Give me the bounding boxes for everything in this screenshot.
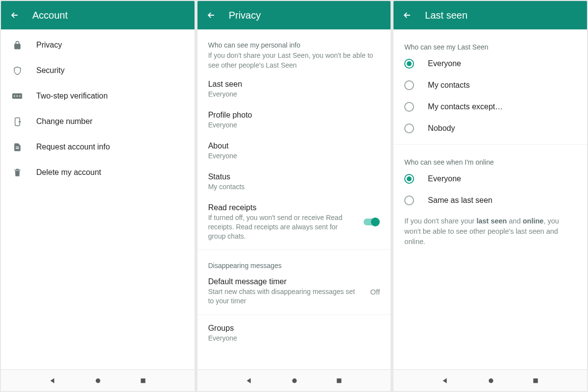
priv-title: Default message timer [208, 277, 360, 286]
priv-value: Everyone [208, 334, 380, 343]
last-seen-content: Who can see my Last Seen Everyone My con… [393, 29, 587, 369]
priv-value: Everyone [208, 90, 380, 99]
radio-icon [404, 123, 414, 133]
radio-label: Everyone [428, 59, 461, 68]
android-nav-bar [393, 369, 587, 391]
priv-title: Last seen [208, 80, 380, 89]
section-header-disappearing: Disappearing messages [197, 253, 391, 271]
account-item-label: Request account info [36, 143, 110, 151]
back-icon[interactable] [206, 10, 216, 20]
account-item-label: Delete my account [36, 168, 101, 177]
divider [197, 315, 391, 315]
account-item-request-info[interactable]: Request account info [1, 134, 195, 160]
radio-icon [404, 80, 414, 90]
radio-icon [404, 102, 414, 112]
radio-label: Nobody [428, 124, 455, 133]
section-header-online: Who can see when I'm online [393, 149, 587, 168]
account-item-label: Two-step verification [36, 92, 108, 100]
account-item-label: Privacy [36, 41, 62, 49]
radio-icon [404, 59, 414, 69]
last-seen-title: Last seen [425, 10, 467, 21]
section-header-personal-info: Who can see my personal info [197, 32, 391, 51]
radio-icon [404, 174, 414, 184]
lock-icon [12, 40, 23, 50]
account-item-twostep[interactable]: Two-step verification [1, 83, 195, 109]
password-dots-icon [12, 91, 23, 101]
priv-sub: Start new chats with disappearing messag… [208, 287, 360, 306]
priv-title: Read receipts [208, 203, 357, 212]
priv-title: Profile photo [208, 111, 380, 120]
nav-back-icon[interactable] [441, 377, 449, 385]
divider [197, 249, 391, 250]
nav-recent-icon[interactable] [336, 377, 343, 384]
radio-label: Same as last seen [428, 196, 492, 205]
nav-recent-icon[interactable] [532, 377, 539, 384]
account-item-label: Change number [36, 117, 93, 126]
divider [393, 144, 587, 145]
radio-label: My contacts [428, 81, 469, 90]
back-icon[interactable] [402, 10, 412, 20]
account-item-privacy[interactable]: Privacy [1, 32, 195, 58]
account-list: Privacy Security Two-step verification C… [1, 29, 195, 369]
privacy-header: Privacy [197, 1, 391, 29]
radio-option-online-same[interactable]: Same as last seen [393, 190, 587, 211]
account-item-delete[interactable]: Delete my account [1, 160, 195, 185]
privacy-item-groups[interactable]: Groups Everyone [197, 318, 391, 349]
nav-home-icon[interactable] [94, 377, 102, 385]
svg-point-5 [96, 378, 100, 383]
privacy-panel: Privacy Who can see my personal info If … [197, 1, 391, 391]
file-icon [12, 142, 23, 152]
back-icon[interactable] [10, 10, 20, 20]
android-nav-bar [197, 369, 391, 391]
privacy-item-profile-photo[interactable]: Profile photo Everyone [197, 105, 391, 136]
section-header-last-seen: Who can see my Last Seen [393, 32, 587, 53]
section-sub-personal-info: If you don't share your Last Seen, you w… [197, 51, 391, 74]
radio-option-online-everyone[interactable]: Everyone [393, 168, 587, 190]
radio-label: My contacts except… [428, 102, 503, 111]
android-nav-bar [1, 369, 195, 391]
svg-point-2 [17, 96, 18, 97]
nav-home-icon[interactable] [291, 377, 298, 385]
account-title: Account [32, 10, 68, 21]
radio-option-everyone[interactable]: Everyone [393, 53, 587, 74]
account-item-label: Security [36, 66, 65, 75]
priv-title: About [208, 142, 380, 150]
priv-title: Groups [208, 324, 380, 333]
radio-option-nobody[interactable]: Nobody [393, 118, 587, 139]
account-item-change-number[interactable]: Change number [1, 109, 195, 134]
nav-back-icon[interactable] [49, 377, 57, 385]
account-item-security[interactable]: Security [1, 58, 195, 83]
last-seen-header: Last seen [393, 1, 587, 29]
radio-icon [404, 196, 414, 205]
priv-value: Everyone [208, 121, 380, 130]
svg-rect-8 [337, 378, 342, 383]
privacy-item-last-seen[interactable]: Last seen Everyone [197, 74, 391, 105]
info-text: If you don't share your last seen and on… [393, 211, 587, 252]
phone-swap-icon [12, 116, 23, 127]
nav-back-icon[interactable] [245, 377, 253, 385]
priv-value: My contacts [208, 182, 380, 192]
privacy-item-about[interactable]: About Everyone [197, 136, 391, 167]
priv-value: Off [370, 288, 380, 296]
read-receipts-toggle[interactable] [362, 217, 380, 227]
shield-icon [12, 65, 23, 76]
svg-point-9 [489, 378, 493, 383]
last-seen-panel: Last seen Who can see my Last Seen Every… [393, 1, 587, 391]
radio-option-my-contacts-except[interactable]: My contacts except… [393, 96, 587, 118]
account-header: Account [1, 1, 195, 29]
privacy-item-default-timer[interactable]: Default message timer Start new chats wi… [197, 271, 391, 312]
svg-point-1 [14, 96, 15, 97]
privacy-title: Privacy [229, 10, 261, 21]
radio-option-my-contacts[interactable]: My contacts [393, 74, 587, 96]
privacy-item-status[interactable]: Status My contacts [197, 167, 391, 197]
nav-home-icon[interactable] [487, 377, 495, 385]
svg-rect-6 [141, 378, 145, 383]
privacy-content: Who can see my personal info If you don'… [197, 29, 391, 369]
priv-title: Status [208, 172, 380, 181]
svg-rect-10 [533, 378, 538, 383]
privacy-item-read-receipts[interactable]: Read receipts If turned off, you won't s… [197, 197, 391, 247]
svg-point-3 [19, 96, 21, 97]
svg-point-7 [292, 378, 296, 383]
nav-recent-icon[interactable] [140, 377, 147, 384]
trash-icon [12, 167, 23, 178]
